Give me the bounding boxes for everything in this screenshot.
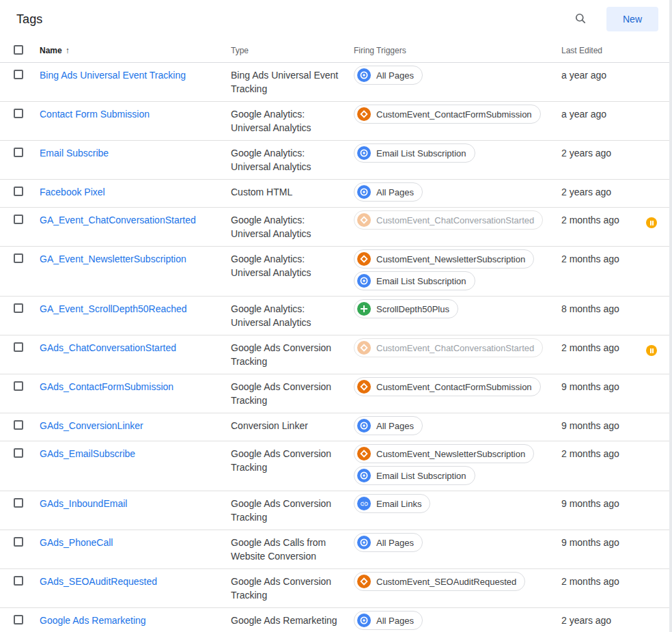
trigger-chip[interactable]: Email Links [354, 494, 430, 513]
trigger-chip[interactable]: All Pages [354, 416, 423, 435]
tag-name-link[interactable]: GA_Event_NewsletterSubscription [40, 253, 186, 264]
trigger-chip[interactable]: Email List Subscription [354, 466, 475, 485]
tag-name-link[interactable]: Facebook Pixel [40, 187, 105, 197]
tag-name-link[interactable]: Email Subscribe [40, 148, 109, 159]
tag-type: Google Analytics: Universal Analytics [231, 252, 354, 279]
tag-name-link[interactable]: GAds_ChatConversationStarted [40, 342, 176, 353]
trigger-list: CustomEvent_ContactFormSubmission [354, 377, 561, 396]
last-edited: 9 months ago [561, 536, 642, 549]
row-checkbox[interactable] [14, 303, 23, 313]
tag-name-link[interactable]: GAds_ConversionLinker [40, 420, 143, 431]
last-edited: 2 months ago [561, 252, 642, 266]
tag-name-link[interactable]: GAds_EmailSubscribe [40, 448, 135, 459]
trigger-chip[interactable]: ScrollDepth50Plus [354, 299, 458, 318]
tag-name-link[interactable]: GAds_PhoneCall [40, 537, 113, 548]
column-header-last-edited[interactable]: Last Edited [561, 46, 642, 55]
row-checkbox[interactable] [14, 615, 23, 624]
tag-name-link[interactable]: Google Ads Remarketing [40, 615, 146, 626]
tag-name-link[interactable]: GAds_ContactFormSubmission [40, 381, 173, 392]
row-checkbox[interactable] [14, 342, 23, 352]
trigger-chip[interactable]: Email List Subscription [354, 271, 475, 290]
row-checkbox[interactable] [14, 215, 23, 224]
last-edited: 2 months ago [561, 447, 642, 461]
trigger-chip[interactable]: CustomEvent_SEOAuditRequested [354, 572, 525, 591]
row-checkbox[interactable] [14, 109, 23, 118]
row-checkbox[interactable] [14, 448, 23, 458]
tag-type: Google Ads Conversion Tracking [231, 447, 354, 474]
trigger-chip[interactable]: All Pages [354, 611, 423, 630]
trigger-chip[interactable]: All Pages [354, 66, 423, 85]
tag-name-link[interactable]: GA_Event_ChatConversationStarted [40, 215, 196, 225]
tag-type: Google Ads Calls from Website Conversion [231, 536, 354, 563]
trigger-label: CustomEvent_ContactFormSubmission [376, 109, 532, 120]
page-title: Tags [16, 12, 42, 27]
column-header-type[interactable]: Type [231, 46, 354, 55]
row-checkbox[interactable] [14, 537, 23, 547]
tag-type: Google Ads Conversion Tracking [231, 341, 354, 368]
tag-name-link[interactable]: Contact Form Submission [40, 109, 150, 120]
table-row: GAds_SEOAuditRequested Google Ads Conver… [0, 569, 669, 608]
custom-event-trigger-icon [357, 447, 371, 461]
row-checkbox[interactable] [14, 70, 23, 79]
custom-event-trigger-icon [357, 341, 371, 355]
tag-name-link[interactable]: GAds_InboundEmail [40, 498, 127, 509]
trigger-chip[interactable]: CustomEvent_ChatConversationStarted [354, 210, 543, 230]
trigger-label: CustomEvent_NewsletterSubscription [376, 449, 525, 459]
select-all-checkbox[interactable] [14, 45, 23, 55]
table-row: Contact Form Submission Google Analytics… [0, 102, 669, 141]
row-checkbox[interactable] [14, 253, 23, 263]
new-button[interactable]: New [606, 7, 658, 31]
trigger-chip[interactable]: All Pages [354, 533, 423, 552]
trigger-chip[interactable]: CustomEvent_NewsletterSubscription [354, 444, 534, 463]
pause-icon [650, 221, 654, 225]
tag-type: Conversion Linker [231, 419, 354, 432]
trigger-label: CustomEvent_ChatConversationStarted [376, 215, 534, 225]
trigger-chip[interactable]: CustomEvent_ContactFormSubmission [354, 377, 541, 396]
tag-type: Google Ads Conversion Tracking [231, 575, 354, 602]
tag-name-link[interactable]: GA_Event_ScrollDepth50Reached [40, 303, 187, 314]
trigger-chip[interactable]: CustomEvent_ChatConversationStarted [354, 338, 543, 357]
trigger-chip[interactable]: All Pages [354, 182, 423, 202]
table-row: GAds_ConversionLinker Conversion Linker … [0, 413, 669, 441]
last-edited: 9 months ago [561, 380, 642, 394]
trigger-label: All Pages [376, 421, 414, 431]
pageview-trigger-icon [357, 614, 371, 627]
table-row: GAds_ContactFormSubmission Google Ads Co… [0, 374, 669, 413]
trigger-chip[interactable]: CustomEvent_ContactFormSubmission [354, 105, 541, 124]
tag-type: Google Ads Conversion Tracking [231, 497, 354, 524]
last-edited: a year ago [561, 107, 642, 121]
trigger-chip[interactable]: CustomEvent_NewsletterSubscription [354, 249, 534, 269]
row-checkbox[interactable] [14, 148, 23, 157]
link-click-trigger-icon [357, 497, 371, 510]
row-checkbox[interactable] [14, 381, 23, 391]
pageview-trigger-icon [357, 185, 371, 199]
topbar: Tags New [0, 0, 669, 38]
trigger-list: CustomEvent_ChatConversationStarted [354, 210, 561, 230]
row-checkbox[interactable] [14, 420, 23, 430]
tag-name-link[interactable]: GAds_SEOAuditRequested [40, 576, 157, 587]
column-header-firing-triggers[interactable]: Firing Triggers [354, 46, 561, 55]
trigger-list: All Pages [354, 416, 561, 435]
row-checkbox[interactable] [14, 187, 23, 196]
column-header-name[interactable]: Name↑ [40, 46, 231, 55]
trigger-label: Email Links [376, 499, 421, 509]
table-header-row: Name↑ Type Firing Triggers Last Edited [0, 38, 669, 63]
tags-table: Name↑ Type Firing Triggers Last Edited B… [0, 38, 669, 632]
last-edited: 2 months ago [561, 575, 642, 588]
table-row: Facebook Pixel Custom HTML All Pages 2 y… [0, 180, 669, 208]
paused-badge [646, 345, 657, 356]
row-checkbox[interactable] [14, 498, 23, 508]
trigger-label: CustomEvent_SEOAuditRequested [376, 577, 516, 587]
trigger-list: CustomEvent_NewsletterSubscriptionEmail … [354, 249, 561, 290]
tag-name-link[interactable]: Bing Ads Universal Event Tracking [40, 70, 186, 81]
tag-type: Google Analytics: Universal Analytics [231, 302, 354, 329]
custom-event-trigger-icon [357, 380, 371, 394]
sort-ascending-icon: ↑ [66, 46, 70, 55]
trigger-list: All Pages [354, 533, 561, 552]
tag-type: Bing Ads Universal Event Tracking [231, 68, 354, 96]
search-button[interactable] [570, 8, 591, 31]
table-body: Bing Ads Universal Event Tracking Bing A… [0, 63, 669, 632]
custom-event-trigger-icon [357, 252, 371, 266]
row-checkbox[interactable] [14, 576, 23, 586]
trigger-chip[interactable]: Email List Subscription [354, 143, 475, 163]
